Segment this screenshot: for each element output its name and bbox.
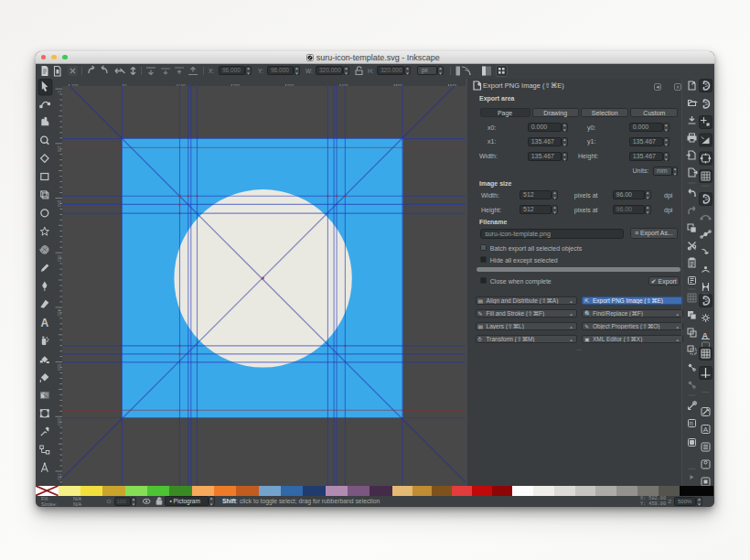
svg-text:200: 200 — [57, 200, 61, 208]
svg-text:300: 300 — [57, 254, 61, 262]
svg-text:S: S — [705, 101, 709, 106]
svg-text:100: 100 — [57, 145, 61, 153]
svg-text:A: A — [40, 316, 48, 328]
svg-text:A: A — [703, 425, 709, 433]
svg-text:500: 500 — [57, 364, 61, 372]
svg-text:n: n — [690, 420, 693, 426]
svg-text:600: 600 — [57, 418, 61, 425]
svg-text:400: 400 — [57, 309, 61, 317]
svg-text:700: 700 — [57, 473, 61, 480]
